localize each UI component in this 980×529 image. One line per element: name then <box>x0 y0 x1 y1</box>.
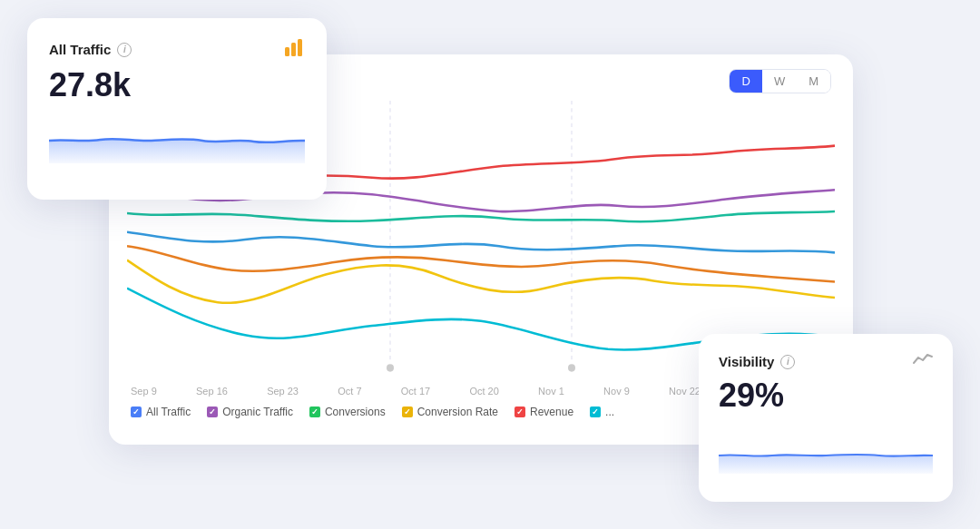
legend-conversion-rate: ✓ Conversion Rate <box>402 406 498 418</box>
svg-point-9 <box>568 364 575 371</box>
visibility-mini-chart <box>719 424 933 474</box>
traffic-info-icon[interactable]: i <box>117 43 132 57</box>
x-label: Oct 17 <box>401 386 430 397</box>
svg-rect-2 <box>298 39 302 56</box>
svg-rect-0 <box>285 47 289 56</box>
x-label: Oct 20 <box>469 386 498 397</box>
legend-dot-extra: ✓ <box>590 407 601 417</box>
x-label: Nov 1 <box>538 386 564 397</box>
period-month-button[interactable]: M <box>797 70 830 93</box>
legend-label-conversions: Conversions <box>325 406 386 418</box>
period-week-button[interactable]: W <box>762 70 797 93</box>
visibility-title-text: Visibility <box>719 354 774 369</box>
period-toggle: D W M <box>729 69 831 93</box>
traffic-value: 27.8k <box>49 66 305 104</box>
legend-dot-conversions: ✓ <box>309 407 320 417</box>
legend-dot-conversion-rate: ✓ <box>402 407 413 417</box>
traffic-card-header: All Traffic i <box>49 38 305 61</box>
visibility-info-icon[interactable]: i <box>780 355 795 369</box>
legend-organic-traffic: ✓ Organic Traffic <box>207 406 293 418</box>
legend-label-organic-traffic: Organic Traffic <box>222 406 293 418</box>
traffic-title-text: All Traffic <box>49 42 111 57</box>
legend-dot-revenue: ✓ <box>514 407 525 417</box>
visibility-value: 29% <box>719 377 933 415</box>
legend-all-traffic: ✓ All Traffic <box>131 406 191 418</box>
legend-label-revenue: Revenue <box>530 406 573 418</box>
period-day-button[interactable]: D <box>730 70 761 93</box>
visibility-card: Visibility i 29% <box>699 334 953 502</box>
bar-chart-icon <box>285 38 305 61</box>
legend-revenue: ✓ Revenue <box>514 406 573 418</box>
svg-point-8 <box>387 364 394 371</box>
legend-dot-organic-traffic: ✓ <box>207 407 218 417</box>
trend-icon <box>913 352 933 371</box>
x-label: Sep 23 <box>267 386 299 397</box>
x-label: Nov 9 <box>603 386 630 397</box>
legend-label-all-traffic: All Traffic <box>146 406 191 418</box>
x-label: Nov 22 <box>669 386 701 397</box>
traffic-card-title: All Traffic i <box>49 42 132 57</box>
legend-dot-all-traffic: ✓ <box>131 407 142 417</box>
legend-label-conversion-rate: Conversion Rate <box>417 406 498 418</box>
x-label: Sep 16 <box>196 386 228 397</box>
svg-rect-1 <box>291 43 296 56</box>
legend-label-extra: ... <box>605 406 614 418</box>
x-label: Sep 9 <box>131 386 157 397</box>
legend-extra: ✓ ... <box>590 406 614 418</box>
visibility-card-title: Visibility i <box>719 354 795 369</box>
traffic-card: All Traffic i 27.8k <box>27 18 327 200</box>
visibility-card-header: Visibility i <box>719 352 933 371</box>
traffic-mini-chart <box>49 113 305 163</box>
legend-conversions: ✓ Conversions <box>309 406 386 418</box>
x-label: Oct 7 <box>338 386 361 397</box>
